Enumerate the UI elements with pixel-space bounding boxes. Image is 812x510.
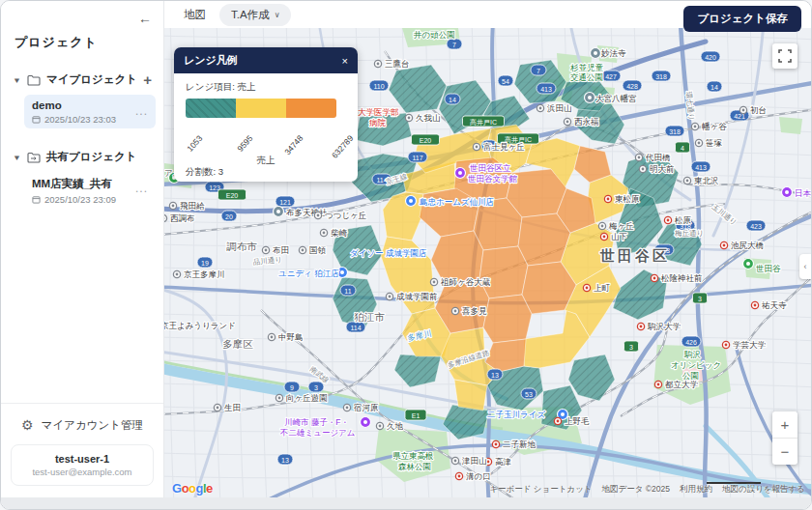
account-settings-link[interactable]: ⚙ マイアカウント管理 <box>11 417 154 433</box>
map-label: つつじヶ丘 <box>325 211 366 220</box>
map-label: 調布市 <box>226 241 257 252</box>
map-label: 溝の口 <box>466 471 491 481</box>
group-label[interactable]: 共有プロジェクト <box>46 150 154 164</box>
station-icon <box>268 333 275 340</box>
map-label: 富士見ヶ丘 <box>483 142 525 152</box>
map-label: 幡ヶ谷 <box>702 122 727 131</box>
map-label: 日本大 <box>795 188 811 198</box>
road-shield-number: 318 <box>655 73 667 80</box>
window-bottom-strip <box>1 497 811 509</box>
road-shield-number: 114 <box>350 325 361 331</box>
right-panel-collapse-button[interactable]: ‹ <box>799 254 811 279</box>
expressway-badge-label: 3 <box>629 344 633 351</box>
choropleth-region[interactable] <box>483 295 532 343</box>
close-icon[interactable]: × <box>342 55 348 67</box>
expressway-badge-label: 4 <box>681 145 684 152</box>
zoom-in-button[interactable]: + <box>772 411 798 438</box>
map-label: 島忠ホームズ仙川店 <box>420 197 494 207</box>
legend-title: レンジ凡例 <box>184 53 342 68</box>
fullscreen-button[interactable] <box>772 43 798 69</box>
save-project-button[interactable]: プロジェクト保存 <box>683 6 801 32</box>
map-label: 明大前 <box>650 164 675 174</box>
road-shield-number: 413 <box>695 164 707 171</box>
station-icon <box>343 404 350 411</box>
zoom-out-button[interactable]: − <box>772 439 798 465</box>
road-shield-number: 427 <box>605 73 617 80</box>
legend-item-label: レンジ項目: 売上 <box>186 81 346 94</box>
map-label: 学芸大学 <box>733 340 767 350</box>
map-label: 世田谷 <box>756 264 781 273</box>
poi-icon-dot <box>363 420 367 424</box>
station-icon <box>691 123 698 129</box>
zoom-control: + − <box>772 411 798 465</box>
legend-body: レンジ項目: 売上 1053 9595 34748 632789 売上 分割数:… <box>174 73 358 182</box>
group-label[interactable]: マイプロジェクト <box>46 72 141 87</box>
station-icon <box>720 241 727 248</box>
station-icon <box>455 472 462 479</box>
station-icon <box>169 202 176 209</box>
map-label: 上町 <box>594 283 611 293</box>
tab-ta-create[interactable]: T.A作成 ∨ <box>219 4 291 26</box>
legend-header[interactable]: レンジ凡例 × <box>174 47 358 73</box>
keyboard-shortcuts-link[interactable]: キーボード ショートカット <box>489 484 592 496</box>
map-canvas[interactable]: 1141107714544132011712312120191111493131… <box>164 28 811 497</box>
map-label: 不二雄ミュージアム <box>279 428 356 438</box>
road-shield-number: 423 <box>750 223 762 230</box>
map-label: 生田 <box>224 403 241 412</box>
station-icon <box>262 246 269 253</box>
map-label: 久我山 <box>416 113 441 123</box>
station-icon <box>683 177 690 184</box>
item-menu-button[interactable]: ... <box>135 182 148 195</box>
legend-color-bar <box>186 99 336 118</box>
expressway-badge-label: 高井戸IC <box>470 119 497 127</box>
poi-icon-dot <box>409 199 413 203</box>
shared-folder-icon <box>27 152 41 163</box>
road-shield-number: 14 <box>710 84 718 91</box>
sidebar-title: プロジェクト <box>14 34 163 51</box>
user-card[interactable]: test-user-1 test-user@example.com <box>11 444 154 486</box>
station-icon <box>740 106 746 113</box>
station-icon <box>173 270 180 277</box>
map-label: 病院 <box>369 118 387 128</box>
chevron-down-icon[interactable]: ▼ <box>13 153 21 161</box>
legend-swatch-mid <box>236 99 286 118</box>
chevron-down-icon[interactable]: ▼ <box>13 75 21 84</box>
fullscreen-icon <box>778 49 792 63</box>
map-label: 笹塚 <box>706 138 723 148</box>
folder-icon <box>27 74 41 86</box>
expressway-badge-label: E20 <box>226 192 239 199</box>
expressway-badge-label: E1 <box>412 412 420 419</box>
map-attribution: Google キーボード ショートカット 地図データ ©2025 利用規約 地図… <box>164 484 811 497</box>
choropleth-region[interactable] <box>454 380 487 411</box>
map-label: 国領 <box>309 245 327 255</box>
project-sidebar: ← プロジェクト ▼ マイプロジェクト + demo 2025/10/23 23… <box>1 1 164 497</box>
poi-icon-dot <box>746 262 750 266</box>
station-icon <box>635 154 642 160</box>
station-icon <box>639 165 646 172</box>
sidebar-collapse-icon[interactable]: ← <box>138 11 152 26</box>
legend-split-count: 分割数: 3 <box>186 166 223 179</box>
poi-icon-dot <box>588 96 592 99</box>
tab-map[interactable]: 地図 <box>184 8 206 22</box>
road-shield-number: 14 <box>449 97 456 103</box>
add-project-button[interactable]: + <box>141 72 154 87</box>
road-shield-number: 318 <box>669 128 681 135</box>
poi-icon-dot <box>594 51 597 55</box>
map-label: 布田 <box>273 245 289 255</box>
station-icon <box>320 229 327 236</box>
map-label: 狛江市 <box>354 311 385 323</box>
item-menu-button[interactable]: ... <box>135 104 148 118</box>
terms-link[interactable]: 利用規約 <box>680 484 712 496</box>
map-label: 初台 <box>750 105 767 115</box>
station-icon <box>374 60 381 67</box>
station-icon <box>314 212 321 218</box>
report-error-link[interactable]: 地図の誤りを報告する <box>722 484 805 496</box>
gear-icon: ⚙ <box>21 417 34 433</box>
map-label: 久地 <box>387 421 404 431</box>
map-label: 中野島 <box>278 332 304 342</box>
station-icon <box>583 284 590 291</box>
map-label: 代田橋 <box>645 153 671 162</box>
project-item-shared[interactable]: MM店実績_共有 2025/10/23 23:09 ... <box>24 172 156 209</box>
project-item-demo[interactable]: demo 2025/10/23 23:03 ... <box>24 95 156 128</box>
choropleth-region[interactable] <box>479 246 528 298</box>
